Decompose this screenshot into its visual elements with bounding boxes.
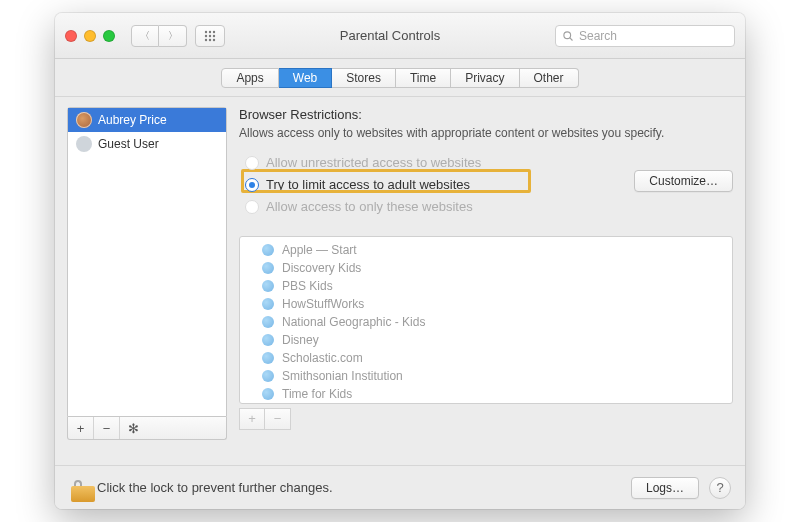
user-aubrey-price[interactable]: Aubrey Price xyxy=(68,108,226,132)
toolbar: 〈 〉 Parental Controls Search xyxy=(55,13,745,59)
section-description: Allows access only to websites with appr… xyxy=(239,126,669,142)
zoom-icon[interactable] xyxy=(103,30,115,42)
search-icon xyxy=(562,30,574,42)
user-sidebar: Aubrey Price Guest User + − ✻ xyxy=(67,107,227,459)
list-item[interactable]: Smithsonian Institution xyxy=(240,367,732,385)
tab-other[interactable]: Other xyxy=(520,68,579,88)
user-list-controls: + − ✻ xyxy=(67,417,227,440)
svg-point-1 xyxy=(209,30,211,32)
content-area: Aubrey Price Guest User + − ✻ Browser Re… xyxy=(55,97,745,465)
radio-icon xyxy=(245,178,259,192)
user-list[interactable]: Aubrey Price Guest User xyxy=(67,107,227,417)
lock-hint: Click the lock to prevent further change… xyxy=(97,480,621,495)
allowed-sites-list[interactable]: Apple — Start Discovery Kids PBS Kids Ho… xyxy=(239,236,733,404)
remove-user-button[interactable]: − xyxy=(94,417,120,439)
radio-only-these[interactable]: Allow access to only these websites xyxy=(245,196,634,218)
add-site-button: + xyxy=(239,408,265,430)
tab-privacy[interactable]: Privacy xyxy=(451,68,519,88)
list-item[interactable]: Time for Kids xyxy=(240,385,732,403)
svg-point-2 xyxy=(213,30,215,32)
svg-point-9 xyxy=(564,31,571,38)
user-name: Guest User xyxy=(98,137,159,151)
globe-icon xyxy=(262,298,274,310)
globe-icon xyxy=(262,334,274,346)
search-input[interactable]: Search xyxy=(555,25,735,47)
lock-button[interactable] xyxy=(69,478,87,498)
list-item[interactable]: HowStuffWorks xyxy=(240,295,732,313)
svg-point-7 xyxy=(209,38,211,40)
lock-body-icon xyxy=(71,486,95,502)
close-icon[interactable] xyxy=(65,30,77,42)
nav-segment: 〈 〉 xyxy=(131,25,187,47)
main-panel: Browser Restrictions: Allows access only… xyxy=(239,107,733,459)
avatar-icon xyxy=(76,112,92,128)
list-item[interactable]: Discovery Kids xyxy=(240,259,732,277)
show-all-button[interactable] xyxy=(195,25,225,47)
svg-point-3 xyxy=(205,34,207,36)
category-tabs: Apps Web Stores Time Privacy Other xyxy=(55,59,745,97)
svg-point-4 xyxy=(209,34,211,36)
forward-button[interactable]: 〉 xyxy=(159,25,187,47)
customize-button[interactable]: Customize… xyxy=(634,170,733,192)
window-title: Parental Controls xyxy=(233,28,547,43)
preferences-window: 〈 〉 Parental Controls Search Apps Web St… xyxy=(55,13,745,509)
globe-icon xyxy=(262,352,274,364)
globe-icon xyxy=(262,262,274,274)
svg-point-0 xyxy=(205,30,207,32)
restriction-radios: Allow unrestricted access to websites Tr… xyxy=(245,152,634,218)
user-settings-button[interactable]: ✻ xyxy=(120,417,146,439)
window-controls xyxy=(65,30,115,42)
svg-line-10 xyxy=(570,37,573,40)
globe-icon xyxy=(262,280,274,292)
user-guest[interactable]: Guest User xyxy=(68,132,226,156)
section-title: Browser Restrictions: xyxy=(239,107,733,122)
chevron-right-icon: 〉 xyxy=(168,29,178,43)
list-item[interactable]: Disney xyxy=(240,331,732,349)
remove-site-button: − xyxy=(265,408,291,430)
list-item[interactable]: Apple — Start xyxy=(240,241,732,259)
back-button[interactable]: 〈 xyxy=(131,25,159,47)
footer: Click the lock to prevent further change… xyxy=(55,465,745,509)
user-name: Aubrey Price xyxy=(98,113,167,127)
help-button[interactable]: ? xyxy=(709,477,731,499)
grid-icon xyxy=(204,30,216,42)
radio-limit-adult[interactable]: Try to limit access to adult websites xyxy=(245,174,634,196)
search-placeholder: Search xyxy=(579,29,617,43)
tab-stores[interactable]: Stores xyxy=(332,68,396,88)
globe-icon xyxy=(262,244,274,256)
tab-web[interactable]: Web xyxy=(279,68,332,88)
radio-icon xyxy=(245,156,259,170)
minimize-icon[interactable] xyxy=(84,30,96,42)
svg-point-8 xyxy=(213,38,215,40)
add-user-button[interactable]: + xyxy=(68,417,94,439)
list-item[interactable]: National Geographic - Kids xyxy=(240,313,732,331)
globe-icon xyxy=(262,388,274,400)
list-item[interactable]: PBS Kids xyxy=(240,277,732,295)
tab-apps[interactable]: Apps xyxy=(221,68,278,88)
help-icon: ? xyxy=(716,480,723,495)
list-item[interactable]: Scholastic.com xyxy=(240,349,732,367)
svg-point-6 xyxy=(205,38,207,40)
radio-icon xyxy=(245,200,259,214)
site-list-controls: + − xyxy=(239,408,733,430)
gear-icon: ✻ xyxy=(128,421,139,436)
radio-unrestricted[interactable]: Allow unrestricted access to websites xyxy=(245,152,634,174)
tab-time[interactable]: Time xyxy=(396,68,451,88)
globe-icon xyxy=(262,370,274,382)
globe-icon xyxy=(262,316,274,328)
logs-button[interactable]: Logs… xyxy=(631,477,699,499)
avatar-icon xyxy=(76,136,92,152)
svg-point-5 xyxy=(213,34,215,36)
chevron-left-icon: 〈 xyxy=(140,29,150,43)
